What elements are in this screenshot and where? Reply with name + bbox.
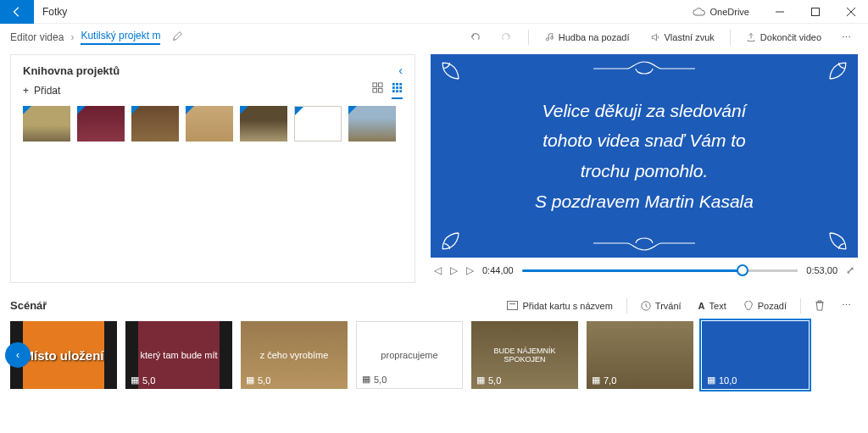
chevron-right-icon: › <box>70 31 74 43</box>
storyboard-clip[interactable]: ▦7,0 <box>587 321 693 389</box>
preview-line: Velice děkuji za sledování <box>535 96 754 126</box>
cloud-icon <box>693 8 706 16</box>
delete-button[interactable] <box>808 297 832 314</box>
storyboard-clip[interactable]: propracujeme▦5,0 <box>356 321 463 389</box>
ornament-icon <box>585 59 704 78</box>
clip-duration: 10,0 <box>719 375 737 386</box>
grid-view-button[interactable] <box>372 82 383 99</box>
next-frame-button[interactable]: ▷ <box>466 264 474 276</box>
svg-rect-8 <box>399 83 402 86</box>
fullscreen-button[interactable]: ⤢ <box>846 264 854 276</box>
more-button[interactable]: ⋯ <box>833 29 860 47</box>
back-button[interactable] <box>0 0 34 24</box>
image-icon: ▦ <box>246 375 254 386</box>
storyboard-clip[interactable]: který tam bude mít▦5,0 <box>125 321 232 389</box>
storyboard-title: Scénář <box>10 299 47 312</box>
svg-rect-6 <box>392 83 395 86</box>
image-icon: ▦ <box>476 375 485 386</box>
library-thumb[interactable] <box>77 106 125 142</box>
speaker-icon <box>650 32 660 42</box>
collapse-button[interactable]: ‹ <box>398 64 403 77</box>
ornament-icon <box>441 61 476 97</box>
ornament-icon <box>812 215 848 251</box>
duration-button[interactable]: Trvání <box>634 297 688 314</box>
svg-rect-10 <box>396 86 398 89</box>
scroll-left-button[interactable]: ‹ <box>5 342 31 368</box>
svg-rect-1 <box>812 8 820 15</box>
breadcrumb-current[interactable]: Kutilský projekt m <box>81 30 160 45</box>
preview-line: S pozdravem Martin Kasala <box>535 186 754 217</box>
clip-duration: 7,0 <box>604 375 616 386</box>
add-title-card-button[interactable]: Přidat kartu s názvem <box>500 297 619 314</box>
small-grid-view-button[interactable] <box>392 82 403 99</box>
svg-rect-7 <box>396 83 398 86</box>
undo-button[interactable] <box>460 28 489 47</box>
more-storyboard-button[interactable]: ⋯ <box>835 297 858 314</box>
svg-rect-15 <box>508 301 518 309</box>
close-button[interactable] <box>834 0 868 24</box>
plus-icon: + <box>23 85 29 97</box>
export-icon <box>746 32 756 42</box>
card-icon <box>507 301 518 310</box>
redo-button[interactable] <box>492 28 521 47</box>
ornament-icon <box>812 61 848 97</box>
slider-handle[interactable] <box>737 264 748 276</box>
custom-sound-button[interactable]: Vlastní zvuk <box>642 29 723 46</box>
text-button[interactable]: AText <box>692 297 733 314</box>
paint-icon <box>743 301 754 311</box>
clip-duration: 5,0 <box>488 375 501 386</box>
library-thumb[interactable] <box>240 106 287 142</box>
video-preview: Velice děkuji za sledování tohoto videa … <box>431 54 858 258</box>
storyboard-clip[interactable]: z čeho vyrobíme▦5,0 <box>241 321 348 389</box>
library-thumb[interactable] <box>131 106 179 142</box>
minimize-button[interactable] <box>763 0 797 24</box>
svg-rect-9 <box>392 86 395 89</box>
svg-rect-14 <box>399 90 402 92</box>
onedrive-button[interactable]: OneDrive <box>681 7 761 17</box>
add-media-button[interactable]: +Přidat <box>23 85 60 97</box>
image-icon: ▦ <box>592 375 600 386</box>
preview-line: tohoto videa snaď Vám to <box>535 125 754 156</box>
library-title: Knihovna projektů <box>23 64 120 77</box>
background-music-button[interactable]: Hudba na pozadí <box>536 29 638 46</box>
project-library-panel: Knihovna projektů ‹ +Přidat <box>10 54 415 283</box>
ornament-icon <box>585 234 704 253</box>
prev-frame-button[interactable]: ◁ <box>434 264 442 276</box>
edit-icon[interactable] <box>172 31 183 44</box>
preview-line: trochu pomohlo. <box>535 156 754 186</box>
trash-icon <box>815 300 825 311</box>
app-title: Fotky <box>42 6 67 18</box>
svg-rect-11 <box>399 86 402 89</box>
svg-rect-13 <box>396 90 398 92</box>
svg-rect-12 <box>392 90 395 92</box>
storyboard-clip-selected[interactable]: ▦10,0 <box>702 321 809 389</box>
ornament-icon <box>441 215 476 251</box>
clip-duration: 5,0 <box>374 375 387 385</box>
clip-duration: 5,0 <box>258 375 270 386</box>
library-thumb[interactable] <box>294 106 342 142</box>
breadcrumb-root[interactable]: Editor videa <box>10 31 64 43</box>
library-thumb[interactable] <box>23 106 70 142</box>
current-time: 0:44,00 <box>482 265 514 275</box>
finish-video-button[interactable]: Dokončit video <box>737 29 830 46</box>
background-button[interactable]: Pozadí <box>737 297 793 314</box>
image-icon: ▦ <box>131 375 139 386</box>
music-icon <box>544 32 554 42</box>
text-icon: A <box>698 301 705 311</box>
storyboard-clip[interactable]: BUDE NÁJEMNÍK SPOKOJEN▦5,0 <box>471 321 578 389</box>
image-icon: ▦ <box>362 374 370 385</box>
svg-rect-4 <box>373 88 377 92</box>
clip-duration: 5,0 <box>142 375 155 386</box>
svg-rect-5 <box>378 88 382 92</box>
svg-rect-2 <box>373 83 377 87</box>
clock-icon <box>641 301 651 311</box>
total-time: 0:53,00 <box>806 265 837 275</box>
library-thumb[interactable] <box>186 106 233 142</box>
maximize-button[interactable] <box>798 0 832 24</box>
image-icon: ▦ <box>707 375 715 386</box>
seek-slider[interactable] <box>522 269 798 272</box>
svg-rect-3 <box>378 83 382 87</box>
play-button[interactable]: ▷ <box>450 264 458 276</box>
library-thumb[interactable] <box>348 106 396 142</box>
